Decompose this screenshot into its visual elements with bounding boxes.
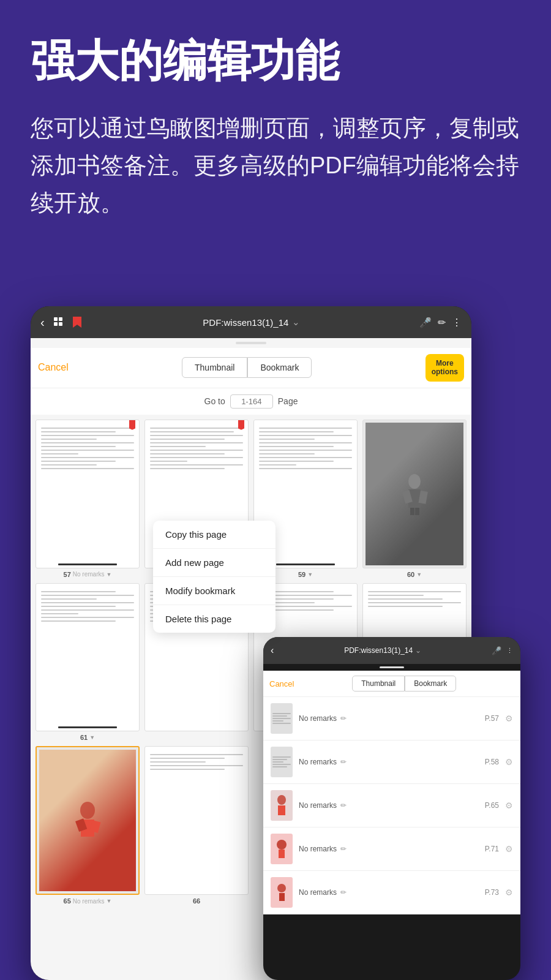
bookmark-tab[interactable]: Bookmark xyxy=(247,357,312,378)
bookmark-item-65[interactable]: No remarks ✏ P.65 ⚙ xyxy=(263,784,520,827)
hero-section: 强大的编辑功能 您可以通过鸟瞰图增删页面，调整页序，复制或添加书签备注。更多高级… xyxy=(0,0,551,240)
thumb-label-65: 65 No remarks ▼ xyxy=(64,897,112,905)
cancel-button[interactable]: Cancel xyxy=(38,362,69,373)
thumbnail-60[interactable]: 60 ▼ xyxy=(362,420,467,578)
topbar-title: PDF:wissen13(1)_14 ⌄ xyxy=(91,317,412,328)
bookmark-flag-57 xyxy=(129,420,135,430)
svg-rect-2 xyxy=(54,322,58,326)
back-button[interactable]: ‹ xyxy=(40,315,45,330)
second-bookmark-tab[interactable]: Bookmark xyxy=(405,676,456,692)
more-options-button[interactable]: Moreoptions xyxy=(425,354,464,382)
bookmark-info-73: No remarks ✏ xyxy=(299,888,479,897)
artwork-60 xyxy=(365,423,463,565)
bookmark-edit-icon-65[interactable]: ✏ xyxy=(340,801,347,810)
svg-rect-17 xyxy=(279,850,285,858)
bookmark-page-58: P.58 xyxy=(485,758,499,766)
svg-rect-15 xyxy=(278,805,285,815)
thumb-label-57: 57 No remarks ▼ xyxy=(64,571,112,578)
thumb-label-60: 60 ▼ xyxy=(407,571,422,578)
bookmark-flag-58 xyxy=(238,420,244,430)
bookmark-edit-icon-58[interactable]: ✏ xyxy=(340,758,347,766)
bookmark-page-57: P.57 xyxy=(485,714,499,723)
thumb-bar-59 xyxy=(276,564,335,565)
second-device: ‹ PDF:wissen13(1)_14 ⌄ 🎤 ⋮ Cancel Thumbn… xyxy=(263,637,520,980)
thumb-page-60 xyxy=(362,420,467,568)
tab-group: Thumbnail Bookmark xyxy=(75,357,419,378)
modify-bookmark-menu-item[interactable]: Modify bookmark xyxy=(153,577,276,605)
bookmark-edit-icon-73[interactable]: ✏ xyxy=(340,888,347,897)
svg-rect-0 xyxy=(54,317,58,321)
bookmark-info-71: No remarks ✏ xyxy=(299,845,479,853)
second-more-icon[interactable]: ⋮ xyxy=(506,647,513,655)
svg-point-10 xyxy=(80,802,95,819)
bookmark-settings-icon-65[interactable]: ⚙ xyxy=(505,801,513,810)
bookmark-edit-icon-71[interactable]: ✏ xyxy=(340,845,347,853)
thumb-label-59: 59 ▼ xyxy=(298,571,313,578)
second-cancel-button[interactable]: Cancel xyxy=(269,679,294,688)
page-input[interactable] xyxy=(230,394,273,409)
bookmark-item-57[interactable]: No remarks ✏ P.57 ⚙ xyxy=(263,697,520,741)
bookmark-figure-73 xyxy=(271,877,293,908)
svg-point-18 xyxy=(277,884,286,892)
bookmark-thumb-lines-58 xyxy=(271,755,293,769)
bookmark-info-58: No remarks ✏ xyxy=(299,758,479,766)
thumb-lines-57 xyxy=(39,423,137,564)
thumb-page-65 xyxy=(36,746,140,895)
second-tab-group: Thumbnail Bookmark xyxy=(294,676,514,692)
bookmark-settings-icon-57[interactable]: ⚙ xyxy=(505,714,513,723)
thumb-bar-61 xyxy=(58,726,117,728)
bookmark-settings-icon-58[interactable]: ⚙ xyxy=(505,757,513,767)
bookmark-list: No remarks ✏ P.57 ⚙ xyxy=(263,697,520,914)
second-topbar-title: PDF:wissen13(1)_14 ⌄ xyxy=(279,646,487,655)
bookmark-info-57: No remarks ✏ xyxy=(299,714,479,723)
thumbnail-57[interactable]: 57 No remarks ▼ xyxy=(36,420,140,578)
mic-icon[interactable]: 🎤 xyxy=(419,317,432,328)
more-icon[interactable]: ⋮ xyxy=(452,317,462,328)
thumb-bar-57 xyxy=(58,564,117,565)
bookmark-text-73: No remarks xyxy=(299,888,337,897)
bookmark-text-58: No remarks xyxy=(299,758,337,766)
bookmark-item-58[interactable]: No remarks ✏ P.58 ⚙ xyxy=(263,741,520,784)
thumbnail-61[interactable]: 61 ▼ xyxy=(36,583,140,742)
second-back-button[interactable]: ‹ xyxy=(271,645,274,656)
bookmark-icon[interactable] xyxy=(70,315,84,329)
second-drag-handle xyxy=(380,666,404,668)
bookmark-info-65: No remarks ✏ xyxy=(299,801,479,810)
topbar-right-icons: 🎤 ✏ ⋮ xyxy=(419,317,462,328)
bookmark-edit-icon-57[interactable]: ✏ xyxy=(340,714,347,723)
second-mic-icon[interactable]: 🎤 xyxy=(492,646,501,655)
bookmark-item-71[interactable]: No remarks ✏ P.71 ⚙ xyxy=(263,827,520,871)
svg-point-4 xyxy=(408,474,421,489)
grid-icon[interactable] xyxy=(52,315,66,329)
svg-rect-3 xyxy=(59,322,62,326)
add-page-menu-item[interactable]: Add new page xyxy=(153,549,276,577)
bookmark-page-73: P.73 xyxy=(485,888,499,897)
context-menu: Copy this page Add new page Modify bookm… xyxy=(153,521,276,633)
delete-page-menu-item[interactable]: Delete this page xyxy=(153,605,276,633)
thumb-lines-61 xyxy=(39,586,137,727)
bookmark-thumb-lines-57 xyxy=(271,711,293,726)
thumb-page-66 xyxy=(144,746,249,895)
thumb-label-66: 66 xyxy=(193,897,200,905)
svg-point-16 xyxy=(277,840,287,850)
bookmark-figure-71 xyxy=(271,834,293,864)
main-topbar: ‹ PDF:wissen13(1)_14 ⌄ xyxy=(31,306,471,338)
hero-title: 强大的编辑功能 xyxy=(31,37,520,85)
bookmark-settings-icon-71[interactable]: ⚙ xyxy=(505,844,513,854)
bookmark-text-65: No remarks xyxy=(299,801,337,810)
pen-icon[interactable]: ✏ xyxy=(438,317,446,328)
bookmark-thumb-58 xyxy=(271,747,293,777)
thumb-lines-66 xyxy=(148,749,246,892)
second-thumbnail-tab[interactable]: Thumbnail xyxy=(352,676,405,692)
bookmark-figure-65 xyxy=(271,790,293,821)
bookmark-page-71: P.71 xyxy=(485,845,499,853)
svg-rect-9 xyxy=(415,508,419,515)
thumbnail-tab[interactable]: Thumbnail xyxy=(182,357,247,378)
copy-page-menu-item[interactable]: Copy this page xyxy=(153,521,276,549)
thumb-page-61 xyxy=(36,583,140,732)
bookmark-item-73[interactable]: No remarks ✏ P.73 ⚙ xyxy=(263,871,520,914)
second-panel-header: Cancel Thumbnail Bookmark xyxy=(263,671,520,697)
thumbnail-66[interactable]: 66 xyxy=(144,746,249,905)
bookmark-settings-icon-73[interactable]: ⚙ xyxy=(505,888,513,897)
thumbnail-65[interactable]: 65 No remarks ▼ xyxy=(36,746,140,905)
